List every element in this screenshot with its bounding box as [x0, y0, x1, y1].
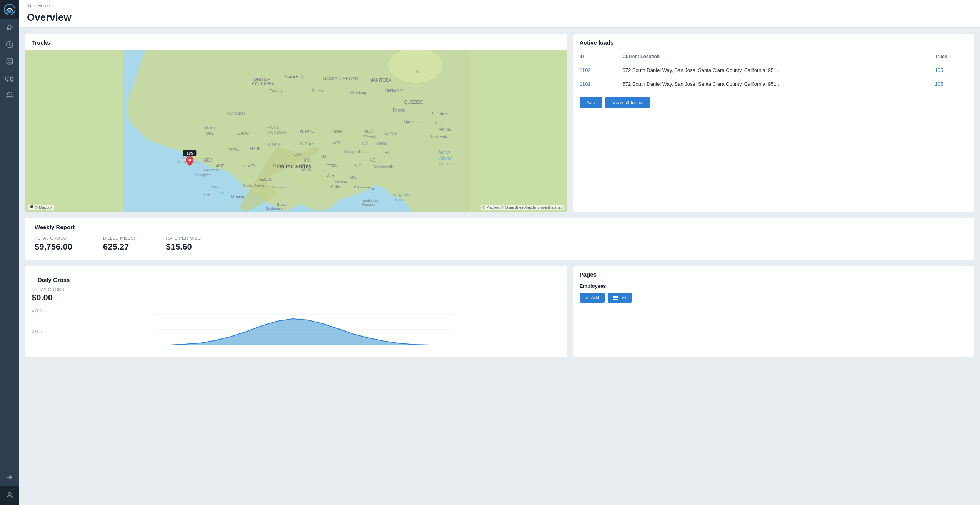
app-logo-icon: [3, 3, 16, 16]
svg-text:Houston: Houston: [273, 185, 286, 189]
svg-text:Regina: Regina: [312, 89, 324, 93]
load-truck-2[interactable]: 105: [935, 81, 943, 87]
map-attribution-right[interactable]: © Mapbox © OpenStreetMap Improve this ma…: [481, 205, 564, 210]
svg-text:Sea: Sea: [394, 197, 402, 202]
svg-text:PA.: PA.: [385, 150, 390, 155]
svg-text:COLUMBIA: COLUMBIA: [252, 82, 274, 86]
svg-rect-103: [613, 299, 618, 300]
svg-text:IND.: IND.: [362, 142, 369, 146]
user-avatar[interactable]: [0, 486, 19, 505]
svg-text:Cuba: Cuba: [331, 185, 340, 189]
daily-gross-inner: Daily Gross Today Gross: $0.00: [25, 266, 567, 303]
daily-gross-chart: 3,500 4,000: [25, 307, 567, 353]
sidebar-logo: [0, 0, 19, 19]
svg-text:Chih.: Chih.: [212, 185, 220, 189]
page-title: Overview: [27, 10, 972, 27]
sidebar-item-data[interactable]: [0, 53, 19, 70]
svg-text:N. MEX.: N. MEX.: [242, 164, 257, 168]
svg-text:N. B.: N. B.: [435, 122, 443, 126]
stat-billed-miles: BILLED MILES: 625.27: [103, 236, 135, 252]
svg-text:BRITISH: BRITISH: [254, 77, 270, 82]
chart-y-labels: 3,500 4,000: [25, 307, 43, 353]
map-svg: BRITISH COLUMBIA ALBERTA SASKATCHEWAN MA…: [25, 50, 567, 212]
sidebar-item-dashboard[interactable]: [0, 36, 19, 53]
loads-actions: Add View all loads: [573, 91, 974, 114]
stat-rate-per-mile: RATE PER MILE: $15.60: [166, 236, 202, 252]
trucks-card-title: Trucks: [25, 34, 567, 50]
svg-text:Winnipeg: Winnipeg: [350, 91, 366, 95]
load-id-1101[interactable]: 1101: [580, 81, 591, 87]
active-loads-title: Active loads: [573, 34, 974, 50]
pages-add-button[interactable]: Add: [580, 293, 605, 303]
map-attribution: m © Mapbox: [28, 205, 54, 210]
svg-point-95: [188, 159, 191, 161]
breadcrumb-separator: ›: [34, 3, 35, 8]
stat-rate-per-mile-label: RATE PER MILE:: [166, 236, 202, 240]
svg-text:S. DAK.: S. DAK.: [267, 143, 281, 147]
svg-text:OKLA.: OKLA.: [273, 164, 284, 168]
svg-text:OHIO: OHIO: [377, 142, 387, 146]
view-all-loads-button[interactable]: View all loads: [605, 97, 650, 108]
pencil-icon: [585, 295, 590, 300]
svg-text:MONTANA: MONTANA: [267, 130, 287, 135]
svg-text:Chicago: Chicago: [342, 150, 357, 154]
active-loads-card: Active loads ID Current Location Truck 1…: [573, 34, 974, 212]
svg-text:ONTARIO: ONTARIO: [385, 88, 404, 93]
svg-text:SASKATCHEWAN: SASKATCHEWAN: [323, 76, 358, 81]
page-header: › Home Overview: [19, 0, 980, 28]
svg-text:Calgary: Calgary: [269, 89, 282, 93]
breadcrumb: › Home: [27, 3, 972, 8]
add-load-button[interactable]: Add: [580, 97, 602, 108]
svg-text:Buffalo: Buffalo: [385, 131, 397, 135]
svg-text:Sin.: Sin.: [219, 191, 225, 195]
stat-total-gross-value: $9,756.00: [35, 242, 72, 252]
chart-svg: [25, 307, 567, 353]
svg-point-1: [8, 10, 11, 12]
svg-text:Ocea: Ocea: [438, 161, 450, 167]
svg-text:ALA.: ALA.: [327, 173, 335, 178]
svg-point-6: [7, 80, 8, 81]
svg-point-9: [8, 493, 11, 495]
today-gross-label: Today Gross:: [32, 287, 561, 292]
svg-text:MO.: MO.: [304, 158, 311, 162]
svg-text:ORE.: ORE.: [206, 131, 215, 135]
list-icon: [613, 295, 618, 300]
svg-text:ARIZ.: ARIZ.: [215, 164, 225, 168]
svg-text:MANITOBA: MANITOBA: [369, 78, 392, 82]
svg-rect-101: [613, 296, 618, 297]
svg-text:Bahamas: Bahamas: [354, 185, 369, 189]
sidebar: [0, 0, 19, 505]
svg-text:MISS.: MISS.: [302, 168, 312, 172]
col-location: Current Location: [616, 50, 928, 63]
sidebar-item-home[interactable]: [0, 19, 19, 36]
load-location-1: 672 South Daniel Way, San Jose, Santa Cl…: [616, 63, 928, 77]
pages-list-button[interactable]: List: [608, 293, 632, 303]
svg-text:ALBERTA: ALBERTA: [285, 74, 304, 78]
svg-text:IDAHO: IDAHO: [237, 131, 249, 135]
load-truck-1[interactable]: 105: [935, 67, 943, 73]
pages-card: Pages Employees Add: [573, 266, 974, 357]
table-row: 1101 672 South Daniel Way, San Jose, San…: [573, 77, 974, 91]
svg-text:m: m: [31, 206, 33, 208]
load-id-1102[interactable]: 1102: [580, 67, 591, 73]
svg-text:105: 105: [187, 151, 193, 155]
svg-text:FLA.: FLA.: [367, 187, 375, 191]
svg-text:N. DAK.: N. DAK.: [300, 129, 314, 133]
sidebar-item-forward[interactable]: [0, 469, 19, 486]
today-gross-value: $0.00: [32, 293, 561, 303]
svg-text:Salem: Salem: [204, 125, 215, 130]
sidebar-item-users[interactable]: [0, 87, 19, 104]
col-id: ID: [573, 50, 617, 63]
svg-text:MICH.: MICH.: [363, 129, 374, 133]
sidebar-item-trucks[interactable]: [0, 70, 19, 87]
svg-text:NEV.: NEV.: [204, 158, 212, 162]
svg-text:MAINE: MAINE: [438, 127, 451, 132]
svg-text:TENN.: TENN.: [327, 164, 338, 168]
stat-total-gross: TOTAL GROSS: $9,756.00: [35, 236, 72, 252]
svg-text:Guatemala: Guatemala: [265, 207, 282, 210]
svg-text:MINN.: MINN.: [333, 129, 343, 133]
svg-text:GA.: GA.: [350, 175, 357, 180]
bottom-row: Daily Gross Today Gross: $0.00 3,500 4,0…: [25, 266, 974, 357]
main-content: › Home Overview Trucks: [19, 0, 980, 505]
breadcrumb-home: Home: [38, 3, 50, 8]
